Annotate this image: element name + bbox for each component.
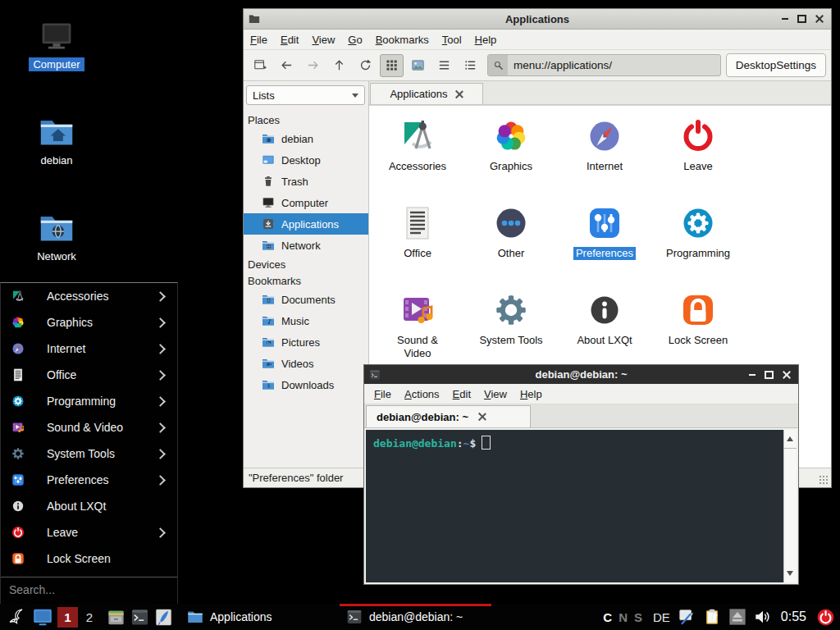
clock[interactable]: 0:55 <box>781 609 806 624</box>
fm-menu-help[interactable]: Help <box>468 30 504 49</box>
tab-applications[interactable]: Applications <box>370 83 483 104</box>
terminal-menu-edit[interactable]: Edit <box>446 385 477 404</box>
grid-item-system-tools[interactable]: System Tools <box>464 288 558 375</box>
grid-item-sound-video[interactable]: Sound & Video <box>371 288 464 375</box>
refresh-button[interactable] <box>354 54 377 77</box>
menu-item-programming[interactable]: Programming <box>1 388 177 414</box>
menu-item-office[interactable]: Office <box>1 362 177 388</box>
menu-search-input[interactable]: Search... <box>1 578 177 600</box>
resize-grip[interactable] <box>819 475 829 486</box>
fm-menu-edit[interactable]: Edit <box>274 30 305 49</box>
menu-item-leave[interactable]: Leave <box>1 519 177 546</box>
sidebar-item-network[interactable]: Network <box>244 235 368 256</box>
up-button[interactable] <box>327 54 351 77</box>
sidebar-item-documents[interactable]: Documents <box>244 289 368 310</box>
volume-tray-icon[interactable] <box>754 608 772 626</box>
detailed-list-button[interactable] <box>432 54 456 77</box>
icon-view-button[interactable] <box>380 54 404 77</box>
fm-menu-bookmarks[interactable]: Bookmarks <box>369 30 436 49</box>
grid-item-accessories[interactable]: Accessories <box>371 114 464 201</box>
terminal-titlebar[interactable]: debian@debian: ~ <box>364 365 798 384</box>
grid-item-internet[interactable]: Internet <box>558 114 651 201</box>
clipboard-tray-icon[interactable] <box>703 608 721 626</box>
minimize-button[interactable] <box>778 13 792 25</box>
sidebar-item-videos[interactable]: Videos <box>244 353 368 374</box>
terminal-screen[interactable]: debian@debian:~$ <box>366 430 783 582</box>
close-button[interactable] <box>812 13 826 25</box>
grid-item-about-lxqt[interactable]: About LXQt <box>558 288 651 375</box>
desktop-settings-button[interactable]: DesktopSettings <box>726 53 826 77</box>
terminal-menu-actions[interactable]: Actions <box>398 385 446 404</box>
terminal-launcher[interactable] <box>130 608 149 627</box>
file-manager-titlebar[interactable]: Applications <box>244 9 831 30</box>
terminal-tab[interactable]: debian@debian: ~ <box>366 405 531 427</box>
terminal-close-button[interactable] <box>779 368 793 381</box>
workspace-button-2[interactable]: 2 <box>82 607 97 628</box>
forward-button[interactable] <box>301 54 325 77</box>
sidebar-item-music[interactable]: Music <box>244 310 368 331</box>
show-desktop-button[interactable] <box>32 606 53 628</box>
tab-close-icon[interactable] <box>455 90 463 98</box>
featherpad-launcher[interactable] <box>154 608 173 627</box>
desktop-icon-computer[interactable]: Computer <box>17 18 96 71</box>
fm-menu-tool[interactable]: Tool <box>436 30 468 49</box>
prompt-separator: : <box>457 437 463 450</box>
kbd-indicator-c[interactable]: C <box>603 610 612 624</box>
fm-menu-go[interactable]: Go <box>341 30 368 49</box>
grid-item-leave[interactable]: Leave <box>651 114 745 201</box>
workspace-button-1[interactable]: 1 <box>57 607 78 628</box>
terminal-tab-close-icon[interactable] <box>478 413 486 421</box>
fm-menu-view[interactable]: View <box>305 30 341 49</box>
terminal-scrollbar[interactable] <box>783 430 797 582</box>
task-button-debian-debian-[interactable]: debian@debian: ~ <box>340 604 491 630</box>
sidebar-item-downloads[interactable]: Downloads <box>244 374 368 395</box>
grid-item-preferences[interactable]: Preferences <box>558 201 651 288</box>
kbd-indicator-s[interactable]: S <box>634 610 642 624</box>
sidebar-item-label: Music <box>281 315 309 327</box>
menu-item-preferences[interactable]: Preferences <box>1 467 177 493</box>
grid-item-other[interactable]: Other <box>464 201 558 288</box>
grid-item-office[interactable]: Office <box>371 201 464 288</box>
fm-menu-file[interactable]: File <box>244 30 274 49</box>
terminal-menu-help[interactable]: Help <box>514 385 549 404</box>
desktop-icon-network[interactable]: Network <box>17 210 96 263</box>
menu-item-about-lxqt[interactable]: About LXQt <box>1 493 177 519</box>
sidebar-item-desktop[interactable]: Desktop <box>244 149 368 171</box>
compact-view-button[interactable] <box>459 54 482 77</box>
sidebar-item-computer[interactable]: Computer <box>244 192 368 213</box>
sidebar-item-trash[interactable]: Trash <box>244 171 368 192</box>
desktop-icon-debian[interactable]: debian <box>17 114 96 167</box>
task-button-applications[interactable]: Applications <box>180 604 332 630</box>
eject-tray-icon[interactable] <box>728 608 746 626</box>
terminal-minimize-button[interactable] <box>745 368 759 381</box>
terminal-menu-file[interactable]: File <box>368 385 398 404</box>
sidebar-mode-combobox[interactable]: Lists <box>246 85 365 105</box>
keyboard-layout[interactable]: DE <box>653 610 670 624</box>
kbd-indicator-n[interactable]: N <box>619 610 628 624</box>
sidebar-item-pictures[interactable]: Pictures <box>244 331 368 353</box>
menu-item-graphics[interactable]: Graphics <box>1 309 177 336</box>
file-manager-launcher[interactable] <box>107 608 126 627</box>
terminal-maximize-button[interactable] <box>762 368 776 381</box>
grid-item-graphics[interactable]: Graphics <box>464 114 558 201</box>
sidebar-item-debian[interactable]: debian <box>244 128 368 149</box>
menu-item-sound-video[interactable]: Sound & Video <box>1 414 177 441</box>
sidebar-item-applications[interactable]: Applications <box>244 213 368 235</box>
grid-item-lock-screen[interactable]: Lock Screen <box>651 288 745 375</box>
scroll-down-icon[interactable] <box>787 571 793 579</box>
screenshot-tray-icon[interactable] <box>678 608 696 626</box>
menu-item-lock-screen[interactable]: Lock Screen <box>1 546 177 572</box>
menu-item-internet[interactable]: Internet <box>1 336 177 362</box>
power-button[interactable] <box>815 607 836 628</box>
path-bar[interactable]: menu://applications/ <box>487 54 721 76</box>
thumbnail-view-button[interactable] <box>406 54 430 77</box>
maximize-button[interactable] <box>795 13 809 25</box>
menu-item-system-tools[interactable]: System Tools <box>1 441 177 467</box>
lxqt-menu-button[interactable] <box>6 607 25 627</box>
menu-item-accessories[interactable]: Accessories <box>1 283 177 309</box>
terminal-menu-view[interactable]: View <box>477 385 514 404</box>
scroll-up-icon[interactable] <box>787 433 793 441</box>
new-tab-button[interactable] <box>249 54 272 77</box>
grid-item-programming[interactable]: Programming <box>651 201 745 288</box>
back-button[interactable] <box>275 54 299 77</box>
